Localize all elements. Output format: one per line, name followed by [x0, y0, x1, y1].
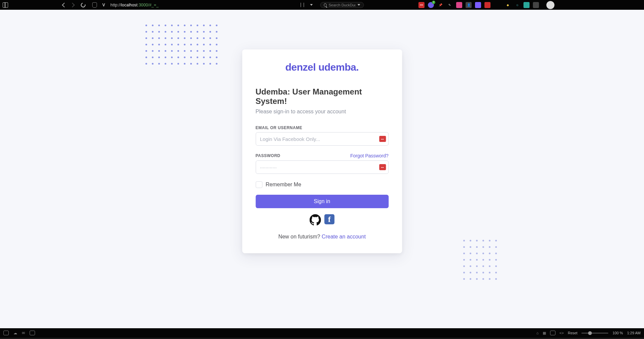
search-dropdown-icon[interactable] — [358, 4, 360, 6]
url-path: /#_=_ — [148, 3, 159, 7]
page-subtitle: Please sign-in to access your account — [256, 109, 388, 115]
search-placeholder: Search DuckDuckGo — [329, 3, 355, 7]
address-bar[interactable]: http://localhost:3000/#_=_ — [110, 3, 159, 7]
verified-icon: V — [102, 3, 105, 7]
password-input[interactable] — [256, 160, 388, 174]
extension-doc-icon[interactable] — [456, 2, 462, 8]
extension-link-icon[interactable]: ⎋ — [514, 2, 520, 8]
bookmark-dropdown-icon[interactable] — [310, 4, 313, 6]
remember-checkbox[interactable] — [256, 181, 262, 188]
github-icon[interactable] — [310, 214, 321, 226]
brand-logo: denzel udemba. — [256, 62, 388, 73]
shield-icon[interactable] — [92, 2, 97, 8]
mail-icon[interactable]: ✉ — [22, 331, 25, 335]
extension-diamond-icon[interactable]: ◆ — [505, 2, 511, 8]
extension-lastpass-icon[interactable]: ••• — [418, 2, 425, 8]
extension-user-icon[interactable]: 👤 — [466, 2, 472, 8]
image-icon[interactable]: ▦ — [543, 331, 546, 335]
url-scheme: http:// — [110, 3, 121, 7]
forward-button[interactable] — [70, 2, 75, 7]
signup-prompt: New on futurism? Create an account — [256, 234, 388, 240]
extension-pen-icon[interactable]: ✎ — [447, 2, 453, 8]
extension-purple2-icon[interactable] — [475, 2, 481, 8]
extension-icons: ••• 📌 ✎ 👤 — [418, 2, 490, 8]
extension-teal-icon[interactable] — [523, 2, 530, 8]
url-port: :3000 — [138, 3, 148, 7]
profile-avatar[interactable] — [546, 1, 554, 9]
extension-gray-icon[interactable] — [533, 2, 539, 8]
url-host: localhost — [121, 3, 137, 7]
create-account-link[interactable]: Create an account — [322, 234, 366, 239]
extension-pin-icon[interactable]: 📌 — [437, 2, 443, 8]
remember-label: Remember Me — [266, 182, 301, 188]
forgot-password-link[interactable]: Forgot Password? — [350, 153, 388, 158]
reset-label[interactable]: Reset — [568, 331, 578, 335]
signin-button[interactable]: Sign in — [256, 195, 388, 208]
facebook-icon[interactable]: f — [325, 214, 335, 224]
decorative-dots-top — [145, 25, 217, 69]
clock-time: 1:29 AM — [627, 331, 641, 335]
password-label: PASSWORD — [256, 153, 280, 158]
zoom-slider[interactable] — [581, 333, 608, 334]
email-label: EMAIL OR USERNAME — [256, 125, 302, 130]
decorative-dots-bottom — [463, 240, 497, 285]
search-icon — [324, 3, 327, 7]
devtools-icon[interactable] — [3, 331, 9, 335]
camera-icon[interactable]: ⌂ — [536, 331, 539, 335]
panel-icon[interactable] — [30, 331, 35, 335]
bookmark-icon[interactable] — [301, 3, 304, 7]
devtools-status-bar: ☁ ✉ ⌂ ▦ <> Reset 100 % 1:29 AM — [0, 328, 644, 338]
page-title: Udemba: User Management System! — [256, 87, 388, 106]
search-box[interactable]: Search DuckDuckGo — [320, 2, 364, 8]
signup-prefix: New on futurism? — [278, 234, 322, 239]
extension-icons-2: ◆ ⎋ — [505, 2, 539, 8]
password-manager-icon[interactable]: ••• — [379, 164, 386, 170]
sidebar-toggle-icon[interactable] — [3, 2, 8, 8]
code-icon[interactable]: <> — [560, 331, 564, 335]
device-icon[interactable] — [550, 331, 555, 335]
password-manager-icon[interactable]: ••• — [379, 136, 386, 142]
login-card: denzel udemba. Udemba: User Management S… — [242, 49, 402, 253]
extension-red2-icon[interactable] — [484, 2, 490, 8]
cloud-icon[interactable]: ☁ — [13, 331, 17, 335]
browser-toolbar: V http://localhost:3000/#_=_ Search Duck… — [0, 0, 644, 10]
back-button[interactable] — [62, 2, 67, 7]
extension-badge-icon[interactable] — [428, 2, 434, 8]
reload-button[interactable] — [80, 2, 86, 8]
email-input[interactable] — [256, 132, 388, 146]
page-viewport: denzel udemba. Udemba: User Management S… — [0, 10, 644, 328]
zoom-value: 100 % — [612, 331, 623, 335]
